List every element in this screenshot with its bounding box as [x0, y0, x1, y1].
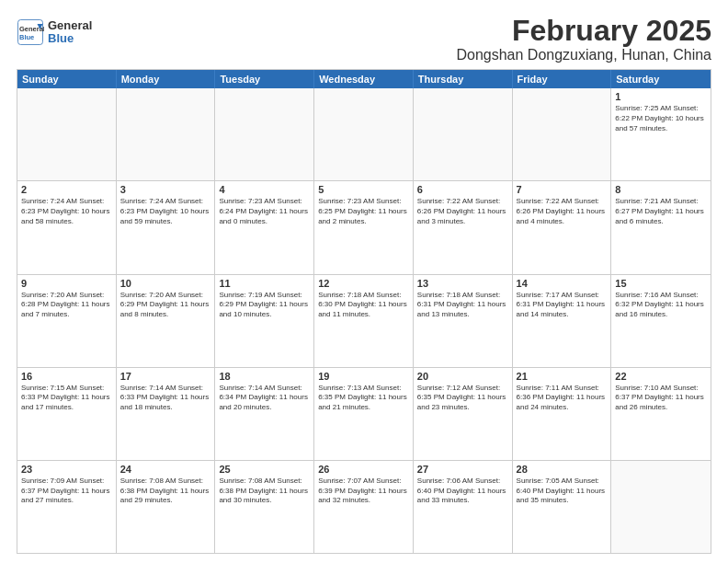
day-number: 2 — [21, 184, 112, 195]
day-number: 24 — [120, 464, 211, 475]
day-number: 15 — [615, 278, 707, 289]
day-info: Sunrise: 7:12 AM Sunset: 6:35 PM Dayligh… — [417, 384, 508, 413]
calendar-row-1: 1Sunrise: 7:25 AM Sunset: 6:22 PM Daylig… — [17, 88, 711, 181]
calendar-cell: 3Sunrise: 7:24 AM Sunset: 6:23 PM Daylig… — [117, 181, 216, 273]
day-info: Sunrise: 7:22 AM Sunset: 6:26 PM Dayligh… — [417, 197, 508, 226]
day-info: Sunrise: 7:08 AM Sunset: 6:38 PM Dayligh… — [219, 477, 310, 506]
day-header-tuesday: Tuesday — [215, 70, 314, 88]
day-number: 8 — [615, 184, 707, 195]
day-number: 11 — [219, 278, 310, 289]
calendar-cell: 26Sunrise: 7:07 AM Sunset: 6:39 PM Dayli… — [314, 461, 414, 553]
logo-general: General — [48, 19, 92, 32]
day-info: Sunrise: 7:20 AM Sunset: 6:28 PM Dayligh… — [21, 291, 112, 320]
calendar-row-5: 23Sunrise: 7:09 AM Sunset: 6:37 PM Dayli… — [17, 461, 711, 553]
calendar-cell: 17Sunrise: 7:14 AM Sunset: 6:33 PM Dayli… — [117, 368, 216, 460]
day-info: Sunrise: 7:07 AM Sunset: 6:39 PM Dayligh… — [318, 477, 409, 506]
calendar-cell: 10Sunrise: 7:20 AM Sunset: 6:29 PM Dayli… — [117, 275, 216, 367]
calendar-cell: 1Sunrise: 7:25 AM Sunset: 6:22 PM Daylig… — [611, 88, 711, 180]
calendar-cell — [414, 88, 513, 180]
calendar-cell: 23Sunrise: 7:09 AM Sunset: 6:37 PM Dayli… — [17, 461, 117, 553]
calendar-cell — [117, 88, 216, 180]
calendar-cell: 9Sunrise: 7:20 AM Sunset: 6:28 PM Daylig… — [17, 275, 117, 367]
logo-icon: General Blue — [17, 18, 44, 46]
day-header-wednesday: Wednesday — [314, 70, 414, 88]
logo: General Blue General Blue — [17, 18, 92, 46]
calendar-cell — [513, 88, 612, 180]
calendar-cell: 2Sunrise: 7:24 AM Sunset: 6:23 PM Daylig… — [17, 181, 117, 273]
day-number: 16 — [21, 371, 112, 382]
day-info: Sunrise: 7:09 AM Sunset: 6:37 PM Dayligh… — [21, 477, 112, 506]
day-number: 1 — [615, 91, 707, 102]
day-info: Sunrise: 7:13 AM Sunset: 6:35 PM Dayligh… — [318, 384, 409, 413]
calendar-cell: 20Sunrise: 7:12 AM Sunset: 6:35 PM Dayli… — [414, 368, 513, 460]
calendar-cell: 6Sunrise: 7:22 AM Sunset: 6:26 PM Daylig… — [414, 181, 513, 273]
day-info: Sunrise: 7:14 AM Sunset: 6:34 PM Dayligh… — [219, 384, 310, 413]
page-title: February 2025 — [456, 15, 711, 47]
day-number: 3 — [120, 184, 211, 195]
day-header-thursday: Thursday — [414, 70, 513, 88]
day-info: Sunrise: 7:15 AM Sunset: 6:33 PM Dayligh… — [21, 384, 112, 413]
calendar-cell: 11Sunrise: 7:19 AM Sunset: 6:29 PM Dayli… — [215, 275, 314, 367]
calendar-cell: 14Sunrise: 7:17 AM Sunset: 6:31 PM Dayli… — [513, 275, 612, 367]
day-info: Sunrise: 7:10 AM Sunset: 6:37 PM Dayligh… — [615, 384, 707, 413]
calendar-cell: 15Sunrise: 7:16 AM Sunset: 6:32 PM Dayli… — [611, 275, 711, 367]
calendar-cell: 19Sunrise: 7:13 AM Sunset: 6:35 PM Dayli… — [314, 368, 414, 460]
day-header-friday: Friday — [513, 70, 612, 88]
day-number: 14 — [517, 278, 608, 289]
day-header-sunday: Sunday — [17, 70, 117, 88]
day-info: Sunrise: 7:25 AM Sunset: 6:22 PM Dayligh… — [615, 104, 707, 133]
calendar-header: SundayMondayTuesdayWednesdayThursdayFrid… — [17, 70, 711, 88]
day-number: 21 — [517, 371, 608, 382]
calendar-cell: 12Sunrise: 7:18 AM Sunset: 6:30 PM Dayli… — [314, 275, 414, 367]
calendar-cell: 21Sunrise: 7:11 AM Sunset: 6:36 PM Dayli… — [513, 368, 612, 460]
day-number: 12 — [318, 278, 409, 289]
day-number: 25 — [219, 464, 310, 475]
calendar-body: 1Sunrise: 7:25 AM Sunset: 6:22 PM Daylig… — [17, 88, 711, 553]
day-number: 7 — [517, 184, 608, 195]
page-subtitle: Dongshan Dongzuxiang, Hunan, China — [456, 47, 711, 63]
day-info: Sunrise: 7:08 AM Sunset: 6:38 PM Dayligh… — [120, 477, 211, 506]
header: General Blue General Blue February 2025 … — [17, 15, 711, 63]
day-info: Sunrise: 7:18 AM Sunset: 6:31 PM Dayligh… — [417, 291, 508, 320]
calendar-cell: 4Sunrise: 7:23 AM Sunset: 6:24 PM Daylig… — [215, 181, 314, 273]
day-number: 4 — [219, 184, 310, 195]
day-info: Sunrise: 7:06 AM Sunset: 6:40 PM Dayligh… — [417, 477, 508, 506]
day-info: Sunrise: 7:23 AM Sunset: 6:25 PM Dayligh… — [318, 197, 409, 226]
calendar-cell: 25Sunrise: 7:08 AM Sunset: 6:38 PM Dayli… — [215, 461, 314, 553]
day-number: 28 — [517, 464, 608, 475]
calendar-cell — [314, 88, 414, 180]
calendar-cell: 7Sunrise: 7:22 AM Sunset: 6:26 PM Daylig… — [513, 181, 612, 273]
day-info: Sunrise: 7:18 AM Sunset: 6:30 PM Dayligh… — [318, 291, 409, 320]
day-info: Sunrise: 7:11 AM Sunset: 6:36 PM Dayligh… — [517, 384, 608, 413]
calendar: SundayMondayTuesdayWednesdayThursdayFrid… — [17, 69, 711, 554]
calendar-cell: 22Sunrise: 7:10 AM Sunset: 6:37 PM Dayli… — [611, 368, 711, 460]
day-info: Sunrise: 7:05 AM Sunset: 6:40 PM Dayligh… — [517, 477, 608, 506]
logo-text: General Blue — [48, 19, 92, 46]
calendar-cell: 8Sunrise: 7:21 AM Sunset: 6:27 PM Daylig… — [611, 181, 711, 273]
day-number: 22 — [615, 371, 707, 382]
calendar-row-4: 16Sunrise: 7:15 AM Sunset: 6:33 PM Dayli… — [17, 368, 711, 461]
calendar-cell: 13Sunrise: 7:18 AM Sunset: 6:31 PM Dayli… — [414, 275, 513, 367]
calendar-row-2: 2Sunrise: 7:24 AM Sunset: 6:23 PM Daylig… — [17, 181, 711, 274]
day-info: Sunrise: 7:16 AM Sunset: 6:32 PM Dayligh… — [615, 291, 707, 320]
day-number: 5 — [318, 184, 409, 195]
calendar-cell: 16Sunrise: 7:15 AM Sunset: 6:33 PM Dayli… — [17, 368, 117, 460]
day-number: 27 — [417, 464, 508, 475]
day-info: Sunrise: 7:22 AM Sunset: 6:26 PM Dayligh… — [517, 197, 608, 226]
day-number: 17 — [120, 371, 211, 382]
day-header-monday: Monday — [117, 70, 216, 88]
day-info: Sunrise: 7:20 AM Sunset: 6:29 PM Dayligh… — [120, 291, 211, 320]
day-number: 10 — [120, 278, 211, 289]
day-info: Sunrise: 7:14 AM Sunset: 6:33 PM Dayligh… — [120, 384, 211, 413]
calendar-cell — [17, 88, 117, 180]
day-info: Sunrise: 7:23 AM Sunset: 6:24 PM Dayligh… — [219, 197, 310, 226]
day-number: 23 — [21, 464, 112, 475]
logo-blue: Blue — [48, 32, 92, 45]
day-number: 18 — [219, 371, 310, 382]
calendar-cell: 24Sunrise: 7:08 AM Sunset: 6:38 PM Dayli… — [117, 461, 216, 553]
day-info: Sunrise: 7:17 AM Sunset: 6:31 PM Dayligh… — [517, 291, 608, 320]
calendar-cell — [611, 461, 711, 553]
calendar-cell: 5Sunrise: 7:23 AM Sunset: 6:25 PM Daylig… — [314, 181, 414, 273]
day-info: Sunrise: 7:24 AM Sunset: 6:23 PM Dayligh… — [21, 197, 112, 226]
calendar-cell: 18Sunrise: 7:14 AM Sunset: 6:34 PM Dayli… — [215, 368, 314, 460]
